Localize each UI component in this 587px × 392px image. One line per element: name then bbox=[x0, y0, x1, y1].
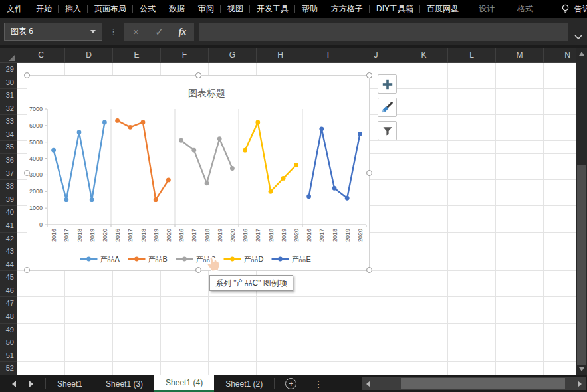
row-header-36[interactable]: 36 bbox=[0, 154, 17, 167]
scroll-down-icon[interactable] bbox=[576, 363, 587, 375]
series-1-point-0[interactable] bbox=[115, 118, 120, 123]
chart-handle-top-right[interactable] bbox=[366, 72, 372, 78]
scroll-left-icon[interactable] bbox=[362, 377, 374, 390]
series-0-point-1[interactable] bbox=[64, 197, 68, 202]
ribbon-tab-1[interactable]: 开始 bbox=[29, 0, 59, 18]
insert-function-button[interactable]: fx bbox=[171, 27, 194, 37]
series-line-3[interactable] bbox=[245, 122, 296, 191]
series-4-point-0[interactable] bbox=[306, 194, 311, 199]
sheet-tab-1[interactable]: Sheet1 (3) bbox=[94, 375, 154, 392]
chart[interactable]: 图表标题010002000300040005000600070002016201… bbox=[27, 75, 370, 271]
chart-handle-bottom-center[interactable] bbox=[195, 267, 201, 273]
series-0-point-3[interactable] bbox=[90, 197, 94, 202]
series-0-point-0[interactable] bbox=[51, 148, 56, 153]
cancel-entry-button[interactable]: × bbox=[124, 26, 148, 37]
name-box-dropdown-icon[interactable] bbox=[90, 30, 96, 33]
series-4-point-2[interactable] bbox=[332, 186, 337, 191]
series-4-point-1[interactable] bbox=[319, 126, 324, 131]
row-header-35[interactable]: 35 bbox=[0, 141, 17, 154]
sheet-tab-2[interactable]: Sheet1 (4) bbox=[154, 375, 214, 392]
column-header-I[interactable]: I bbox=[304, 48, 352, 62]
chart-handle-top-left[interactable] bbox=[24, 72, 30, 78]
row-header-37[interactable]: 37 bbox=[0, 167, 17, 181]
row-header-38[interactable]: 38 bbox=[0, 180, 17, 193]
series-1-point-2[interactable] bbox=[141, 120, 146, 124]
expand-formula-bar-icon[interactable] bbox=[574, 31, 582, 43]
formula-input[interactable] bbox=[199, 23, 568, 41]
series-line-1[interactable] bbox=[118, 120, 169, 199]
ribbon-tab-12[interactable]: 百度网盘 bbox=[420, 0, 465, 18]
name-box-more-icon[interactable]: ⋮ bbox=[109, 27, 118, 37]
scroll-up-icon[interactable] bbox=[576, 48, 587, 60]
chart-styles-button[interactable] bbox=[378, 98, 397, 117]
row-header-48[interactable]: 48 bbox=[0, 310, 17, 324]
column-header-K[interactable]: K bbox=[400, 48, 448, 62]
row-header-49[interactable]: 49 bbox=[0, 324, 17, 337]
legend-item-1[interactable]: 产品B bbox=[128, 255, 168, 263]
chart-handle-bottom-right[interactable] bbox=[366, 267, 372, 273]
series-2-point-1[interactable] bbox=[191, 148, 196, 153]
vertical-scrollbar[interactable] bbox=[576, 48, 587, 375]
tell-me-button[interactable]: 告诉我 bbox=[554, 0, 587, 18]
chart-handle-mid-right[interactable] bbox=[366, 170, 372, 176]
legend-item-0[interactable]: 产品A bbox=[80, 255, 120, 263]
ribbon-tab-4[interactable]: 公式 bbox=[133, 0, 162, 18]
vertical-scroll-thumb[interactable] bbox=[577, 165, 586, 365]
row-header-40[interactable]: 40 bbox=[0, 206, 17, 219]
row-header-33[interactable]: 33 bbox=[0, 115, 17, 128]
series-2-point-3[interactable] bbox=[217, 136, 222, 141]
row-header-50[interactable]: 50 bbox=[0, 336, 17, 349]
column-header-G[interactable]: G bbox=[209, 48, 257, 62]
row-header-32[interactable]: 32 bbox=[0, 102, 17, 116]
ribbon-tab-7[interactable]: 视图 bbox=[221, 0, 250, 18]
series-1-point-1[interactable] bbox=[128, 125, 132, 130]
series-3-point-0[interactable] bbox=[243, 148, 247, 153]
next-sheet-icon[interactable] bbox=[29, 381, 33, 387]
row-header-43[interactable]: 43 bbox=[0, 245, 17, 258]
ribbon-tab-format[interactable]: 格式 bbox=[511, 0, 540, 18]
row-header-39[interactable]: 39 bbox=[0, 193, 17, 207]
row-header-47[interactable]: 47 bbox=[0, 297, 17, 310]
series-1-point-4[interactable] bbox=[166, 177, 171, 182]
chart-handle-top-center[interactable] bbox=[195, 72, 201, 78]
row-header-44[interactable]: 44 bbox=[0, 258, 17, 272]
ribbon-tab-2[interactable]: 插入 bbox=[59, 0, 88, 18]
column-header-D[interactable]: D bbox=[65, 48, 113, 62]
ribbon-tab-9[interactable]: 帮助 bbox=[295, 0, 324, 18]
column-header-L[interactable]: L bbox=[448, 48, 496, 62]
row-header-45[interactable]: 45 bbox=[0, 271, 17, 284]
sheet-more-icon[interactable]: ⋮ bbox=[314, 379, 323, 389]
ribbon-tab-design[interactable]: 设计 bbox=[472, 0, 501, 18]
chart-handle-mid-left[interactable] bbox=[24, 170, 30, 176]
column-header-N[interactable]: N bbox=[544, 48, 576, 62]
prev-sheet-icon[interactable] bbox=[12, 381, 16, 387]
sheet-tab-3[interactable]: Sheet1 (2) bbox=[214, 375, 274, 392]
ribbon-tab-6[interactable]: 审阅 bbox=[191, 0, 221, 18]
column-header-M[interactable]: M bbox=[496, 48, 544, 62]
name-box[interactable]: 图表 6 bbox=[4, 23, 102, 41]
chart-filters-button[interactable] bbox=[378, 121, 397, 140]
chart-elements-button[interactable] bbox=[378, 74, 397, 94]
row-header-46[interactable]: 46 bbox=[0, 284, 17, 298]
row-header-42[interactable]: 42 bbox=[0, 233, 17, 246]
ribbon-tab-5[interactable]: 数据 bbox=[162, 0, 191, 18]
ribbon-tab-8[interactable]: 开发工具 bbox=[250, 0, 295, 18]
column-header-F[interactable]: F bbox=[161, 48, 209, 62]
series-2-point-2[interactable] bbox=[205, 181, 209, 185]
series-2-point-4[interactable] bbox=[230, 166, 235, 171]
column-header-E[interactable]: E bbox=[113, 48, 161, 62]
scroll-right-icon[interactable] bbox=[574, 377, 586, 390]
series-1-point-3[interactable] bbox=[154, 197, 158, 202]
series-3-point-1[interactable] bbox=[255, 120, 260, 124]
legend-item-4[interactable]: 产品E bbox=[272, 255, 311, 263]
legend-item-3[interactable]: 产品D bbox=[224, 255, 264, 263]
row-header-30[interactable]: 30 bbox=[0, 76, 17, 90]
ribbon-tab-11[interactable]: DIY工具箱 bbox=[370, 0, 420, 18]
ribbon-tab-10[interactable]: 方方格子 bbox=[324, 0, 370, 18]
ribbon-tab-0[interactable]: 文件 bbox=[0, 0, 29, 18]
series-0-point-2[interactable] bbox=[77, 130, 82, 134]
row-header-31[interactable]: 31 bbox=[0, 89, 17, 102]
series-0-point-4[interactable] bbox=[102, 120, 107, 124]
series-line-2[interactable] bbox=[181, 139, 233, 183]
row-header-52[interactable]: 52 bbox=[0, 362, 17, 375]
